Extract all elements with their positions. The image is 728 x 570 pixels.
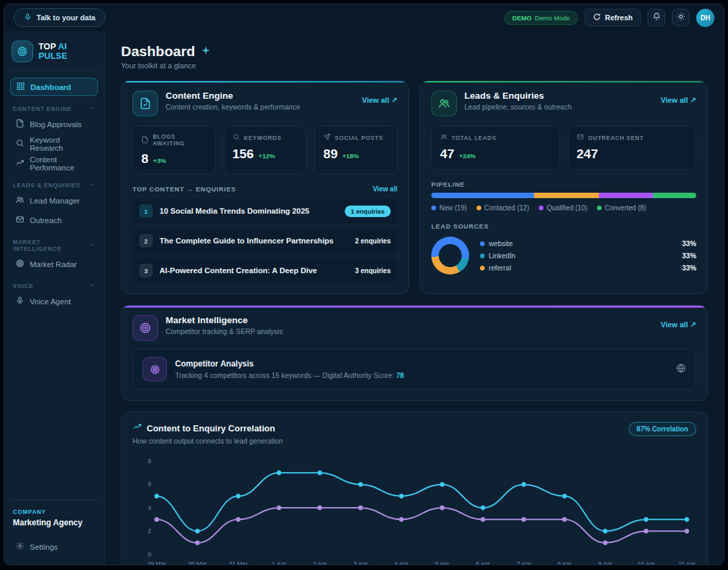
legend-item-qualified: Qualified (10) <box>539 204 587 212</box>
stat-label-text: OUTREACH SENT <box>588 135 644 141</box>
chevron-up-icon <box>90 105 95 112</box>
svg-text:31 Mar: 31 Mar <box>229 561 248 565</box>
source-percent: 33% <box>682 252 696 260</box>
sidebar-section-voice[interactable]: VOICE <box>13 283 95 289</box>
rank-badge: 3 <box>139 264 153 277</box>
card-title: Market Intelligence <box>166 315 283 325</box>
demo-mode-badge[interactable]: DEMO Demo Mode <box>504 11 578 25</box>
svg-text:0: 0 <box>148 551 151 558</box>
content-title: The Complete Guide to Influencer Partner… <box>160 237 348 245</box>
svg-text:11 Apr: 11 Apr <box>679 561 696 565</box>
card-subtitle: Content creation, keywords & performance <box>166 103 300 111</box>
main-content: Dashboard Your toolkit at a glance Conte… <box>105 31 724 565</box>
stat-delta: +18% <box>342 152 359 160</box>
leads-view-all-link[interactable]: View all ↗ <box>661 91 696 105</box>
document-icon <box>141 136 149 145</box>
lead-sources-donut-chart <box>431 237 469 275</box>
theme-toggle-button[interactable] <box>672 9 689 26</box>
card-accent <box>122 81 408 82</box>
market-intelligence-icon <box>132 315 158 341</box>
pipeline-segment-new <box>431 193 534 198</box>
stat-delta: +3% <box>153 157 166 164</box>
grid-icon <box>16 82 25 92</box>
pipeline-segment-converted <box>653 193 696 198</box>
brand-logo-icon <box>11 41 33 62</box>
leads-enquiries-card: Leads & Enquiries Lead pipeline, sources… <box>420 80 708 294</box>
source-row-referral: referral 33% <box>480 264 696 272</box>
stat-value: 156 <box>233 147 254 162</box>
sidebar-section-market-intelligence[interactable]: MARKET INTELLIGENCE <box>13 239 95 252</box>
section-label-text: CONTENT ENGINE <box>13 105 72 112</box>
competitor-analysis-row[interactable]: Competitor Analysis Tracking 4 competito… <box>132 349 696 389</box>
competitor-analysis-desc: Tracking 4 competitors across 15 keyword… <box>175 371 404 379</box>
top-content-row-3[interactable]: 3 AI-Powered Content Creation: A Deep Di… <box>132 258 397 283</box>
microphone-icon <box>16 296 24 306</box>
company-name: Marketing Agency <box>10 515 98 537</box>
bell-icon <box>652 12 661 23</box>
sidebar-item-blog-approvals[interactable]: Blog Approvals <box>10 115 98 133</box>
card-title: Leads & Enquiries <box>464 91 572 101</box>
microphone-icon <box>24 13 32 22</box>
lead-sources-label: LEAD SOURCES <box>431 222 489 230</box>
top-content-view-all-link[interactable]: View all <box>372 185 397 193</box>
sidebar-item-outreach[interactable]: Outreach <box>10 211 98 229</box>
sidebar-item-label: Voice Agent <box>30 298 71 306</box>
sidebar-item-dashboard[interactable]: Dashboard <box>10 78 98 96</box>
top-content-row-1[interactable]: 1 10 Social Media Trends Dominating 2025… <box>132 199 397 223</box>
notifications-button[interactable] <box>648 9 665 26</box>
card-subtitle: Competitor tracking & SERP analysis <box>166 327 283 335</box>
sidebar-item-settings[interactable]: Settings <box>10 538 98 556</box>
leads-icon <box>431 91 457 116</box>
svg-text:5 Apr: 5 Apr <box>435 561 450 565</box>
sidebar-section-content-engine[interactable]: CONTENT ENGINE <box>13 105 95 112</box>
correlation-chart-card: Content to Enquiry Correlation How conte… <box>121 412 708 565</box>
stat-value: 8 <box>141 151 149 166</box>
sidebar-item-content-performance[interactable]: Content Performance <box>10 154 98 172</box>
sidebar-item-lead-manager[interactable]: Lead Manager <box>10 191 98 210</box>
stat-label-text: BLOGS AWAITING <box>153 133 207 147</box>
talk-to-data-label: Talk to your data <box>37 14 95 22</box>
content-engine-view-all-link[interactable]: View all ↗ <box>362 91 397 105</box>
topbar: Talk to your data DEMO Demo Mode Refresh… <box>4 4 724 31</box>
lead-sources-legend: website 33% LinkedIn 33% referral <box>480 239 696 272</box>
market-intelligence-card: Market Intelligence Competitor tracking … <box>121 305 708 401</box>
section-label-text: LEADS & ENQUIRIES <box>13 182 80 189</box>
sidebar-item-label: Outreach <box>30 216 62 224</box>
trend-up-icon <box>132 422 142 434</box>
legend-dot <box>431 206 436 210</box>
legend-label: Converted (8) <box>605 204 646 212</box>
chart-title: Content to Enquiry Correlation <box>147 423 275 433</box>
legend-dot <box>477 206 481 210</box>
sidebar-item-market-radar[interactable]: Market Radar <box>10 255 98 273</box>
stat-keywords: KEYWORDS 156 +12% <box>224 126 307 174</box>
user-avatar[interactable]: DH <box>696 9 714 27</box>
topbar-actions: DEMO Demo Mode Refresh DH <box>504 9 714 27</box>
legend-dot <box>539 206 543 210</box>
sidebar-item-keyword-research[interactable]: Keyword Research <box>10 135 98 153</box>
chart-subtitle: How content output connects to lead gene… <box>132 437 283 445</box>
refresh-button[interactable]: Refresh <box>585 9 641 26</box>
svg-text:9 Apr: 9 Apr <box>598 561 612 565</box>
pipeline-bar <box>431 193 696 198</box>
legend-label: Qualified (10) <box>547 204 587 212</box>
stat-label-text: TOTAL LEADS <box>452 135 496 141</box>
sidebar-item-label: Content Performance <box>30 156 93 172</box>
stat-label-text: SOCIAL POSTS <box>335 135 383 141</box>
market-view-all-link[interactable]: View all ↗ <box>661 315 696 329</box>
svg-text:4 Apr: 4 Apr <box>394 561 408 565</box>
legend-dot <box>480 254 485 258</box>
top-content-label: TOP CONTENT → ENQUIRIES <box>132 185 236 193</box>
sparkle-icon <box>201 45 211 58</box>
refresh-label: Refresh <box>605 14 633 22</box>
source-name: LinkedIn <box>489 252 516 260</box>
enquiry-count: 3 enquiries <box>355 267 391 275</box>
sidebar-item-label: Dashboard <box>30 83 71 91</box>
sidebar-item-voice-agent[interactable]: Voice Agent <box>10 292 98 310</box>
section-label-text: VOICE <box>13 283 33 289</box>
content-title: 10 Social Media Trends Dominating 2025 <box>160 207 338 215</box>
brand-name: TOP AI PULSE <box>39 42 97 61</box>
talk-to-data-button[interactable]: Talk to your data <box>14 8 105 27</box>
svg-text:10 Apr: 10 Apr <box>637 561 655 565</box>
sidebar-section-leads[interactable]: LEADS & ENQUIRIES <box>13 182 95 189</box>
top-content-row-2[interactable]: 2 The Complete Guide to Influencer Partn… <box>132 229 397 253</box>
